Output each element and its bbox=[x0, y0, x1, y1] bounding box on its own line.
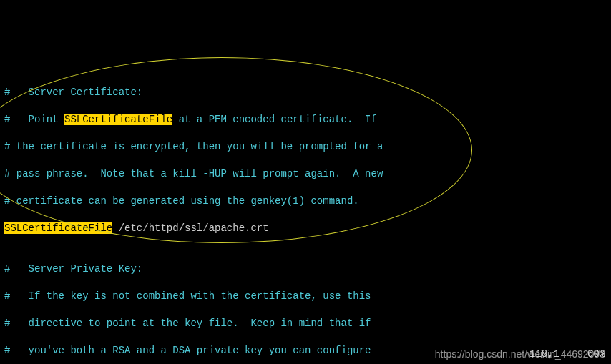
file-path: /etc/httpd/ssl/apache.crt bbox=[112, 222, 268, 234]
search-match: SSLCertificateFile bbox=[4, 222, 112, 234]
config-line: # directive to point at the key file. Ke… bbox=[4, 317, 611, 330]
config-line: # If the key is not combined with the ce… bbox=[4, 290, 611, 303]
editor-viewport[interactable]: # Server Certificate: # Point SSLCertifi… bbox=[4, 59, 611, 364]
config-line: # Server Certificate: bbox=[4, 86, 611, 99]
config-line: # Point SSLCertificateFile at a PEM enco… bbox=[4, 113, 611, 127]
search-match: SSLCertificateFile bbox=[64, 114, 172, 125]
config-line: # pass phrase. Note that a kill -HUP wil… bbox=[4, 167, 611, 181]
config-line: # the certificate is encrypted, then you… bbox=[4, 140, 611, 154]
text: at a PEM encoded certificate. If bbox=[172, 114, 377, 125]
text: # Point bbox=[4, 114, 64, 125]
config-line: # certificate can be generated using the… bbox=[4, 195, 611, 208]
config-line: # Server Private Key: bbox=[4, 262, 611, 276]
config-line: SSLCertificateFile /etc/httpd/ssl/apache… bbox=[4, 222, 611, 235]
watermark: https://blog.csdn.net/weixin_44692093 bbox=[435, 348, 605, 361]
